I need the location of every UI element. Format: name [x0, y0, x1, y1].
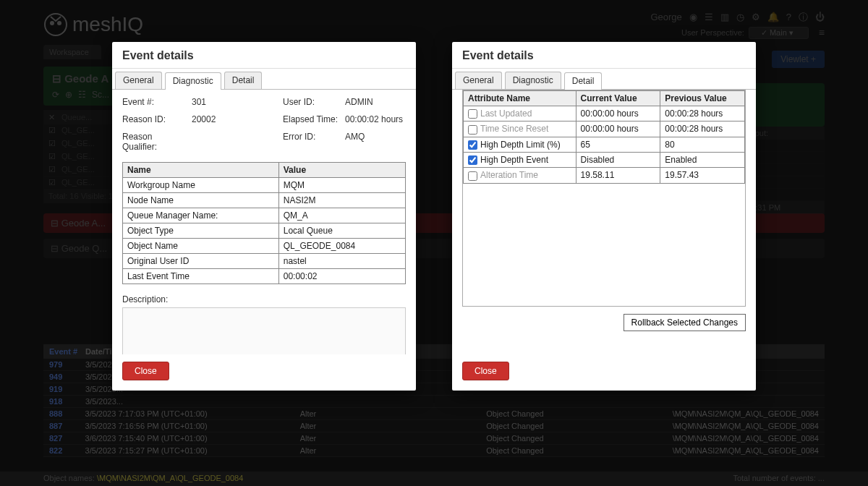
description-label: Description: [122, 294, 406, 304]
col-name: Name [123, 163, 279, 178]
table-row: Node NameNASI2M [123, 193, 406, 208]
close-button[interactable]: Close [122, 362, 169, 380]
rollback-button[interactable]: Rollback Selected Changes [624, 314, 746, 331]
elapsed-value: 00:00:02 hours [345, 114, 416, 124]
tab-general[interactable]: General [455, 72, 502, 89]
attribute-area: Attribute Name Current Value Previous Va… [462, 90, 746, 307]
table-row: Last Updated00:00:00 hours00:00:28 hours [464, 106, 745, 122]
table-row: Object NameQL_GEODE_0084 [123, 239, 406, 254]
user-id-label: User ID: [283, 97, 341, 107]
table-row: Last Event Time00:00:02 [123, 269, 406, 284]
user-id-value: ADMIN [345, 97, 416, 107]
table-row: Object TypeLocal Queue [123, 223, 406, 239]
col-current: Current Value [576, 91, 660, 106]
tab-diagnostic[interactable]: Diagnostic [165, 72, 221, 90]
tab-detail[interactable]: Detail [224, 72, 263, 89]
dialog-title: Event details [112, 42, 416, 69]
attribute-table: Attribute Name Current Value Previous Va… [463, 90, 745, 184]
event-details-dialog-detail: Event details General Diagnostic Detail … [452, 42, 756, 391]
reason-id-value: 20002 [192, 114, 278, 124]
table-row: Workgroup NameMQM [123, 178, 406, 193]
col-value: Value [278, 163, 405, 178]
tab-detail[interactable]: Detail [564, 72, 603, 90]
description-box [122, 307, 406, 354]
event-no-label: Event #: [122, 97, 187, 107]
row-checkbox[interactable] [468, 125, 477, 135]
row-checkbox[interactable] [468, 171, 477, 181]
table-row: High Depth EventDisabledEnabled [464, 152, 745, 167]
table-row: Original User IDnastel [123, 254, 406, 269]
table-row: Queue Manager Name:QM_A [123, 208, 406, 223]
event-details-dialog-diagnostic: Event details General Diagnostic Detail … [112, 42, 416, 391]
dialog-title: Event details [452, 42, 756, 69]
row-checkbox[interactable] [468, 140, 477, 150]
row-checkbox[interactable] [468, 109, 477, 119]
reason-id-label: Reason ID: [122, 114, 187, 124]
tab-diagnostic[interactable]: Diagnostic [505, 72, 561, 89]
table-row: Alteration Time19.58.1119.57.43 [464, 168, 745, 183]
reason-qual-value [192, 132, 278, 152]
row-checkbox[interactable] [468, 155, 477, 165]
reason-qual-label: Reason Qualifier: [122, 132, 187, 152]
event-detail-table: Name Value Workgroup NameMQMNode NameNAS… [122, 162, 406, 284]
close-button[interactable]: Close [462, 362, 509, 380]
error-id-label: Error ID: [283, 132, 341, 152]
tab-general[interactable]: General [115, 72, 162, 89]
col-attr-name: Attribute Name [464, 91, 576, 106]
table-row: High Depth Limit (%)6580 [464, 137, 745, 152]
col-previous: Previous Value [660, 91, 745, 106]
event-no-value: 301 [192, 97, 278, 107]
table-row: Time Since Reset00:00:00 hours00:00:28 h… [464, 122, 745, 137]
error-id-value: AMQ [345, 132, 416, 152]
elapsed-label: Elapsed Time: [283, 114, 341, 124]
